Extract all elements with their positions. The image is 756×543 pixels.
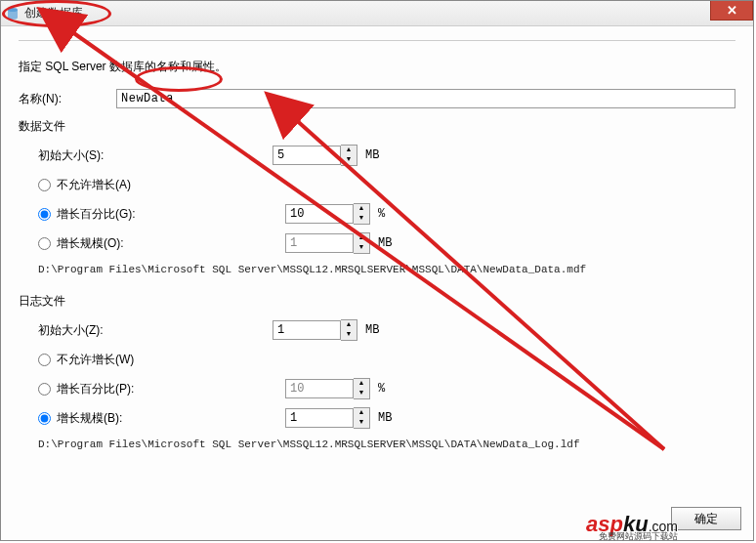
data-growth-percent-input[interactable] — [285, 204, 354, 224]
data-no-growth-row: 不允许增长(A) — [38, 174, 735, 195]
spin-up-icon[interactable]: ▲ — [354, 408, 369, 418]
data-initial-size-row: 初始大小(S): ▲▼ MB — [38, 145, 735, 166]
ok-button[interactable]: 确定 — [671, 507, 741, 530]
content-area: 指定 SQL Server 数据库的名称和属性。 名称(N): 数据文件 初始大… — [1, 26, 753, 478]
log-file-path: D:\Program Files\Microsoft SQL Server\MS… — [38, 439, 735, 450]
divider — [19, 40, 735, 41]
log-file-header: 日志文件 — [19, 293, 735, 310]
name-row: 名称(N): — [19, 89, 735, 108]
spin-up-icon[interactable]: ▲ — [341, 320, 357, 330]
titlebar: 创建数据库 ✕ — [1, 1, 753, 26]
spinner-buttons[interactable]: ▲▼ — [354, 203, 370, 225]
log-growth-percent-row: 增长百分比(P): ▲▼ % — [38, 378, 735, 399]
name-input[interactable] — [116, 89, 735, 108]
log-growth-percent-label: 增长百分比(P): — [57, 381, 285, 397]
name-label: 名称(N): — [19, 91, 116, 107]
spin-down-icon[interactable]: ▼ — [354, 418, 369, 428]
spin-up-icon: ▲ — [354, 379, 369, 389]
data-file-path: D:\Program Files\Microsoft SQL Server\MS… — [38, 264, 735, 275]
spin-down-icon: ▼ — [354, 389, 369, 398]
log-no-growth-label: 不允许增长(W) — [57, 352, 285, 368]
log-growth-size-input[interactable] — [285, 408, 354, 428]
data-file-header: 数据文件 — [19, 118, 735, 135]
spin-up-icon[interactable]: ▲ — [341, 146, 357, 155]
log-growth-size-label: 增长规模(B): — [57, 410, 285, 427]
spin-down-icon: ▼ — [354, 243, 369, 253]
database-icon — [5, 6, 21, 21]
unit-label: MB — [378, 411, 392, 425]
log-growth-percent-input — [285, 379, 354, 398]
log-initial-size-input[interactable] — [273, 320, 341, 340]
spin-down-icon[interactable]: ▼ — [341, 155, 357, 165]
log-initial-size-label: 初始大小(Z): — [38, 322, 273, 339]
data-no-growth-radio[interactable] — [38, 179, 51, 191]
data-growth-size-input — [285, 233, 354, 253]
log-growth-size-row: 增长规模(B): ▲▼ MB — [38, 407, 735, 429]
log-growth-size-radio[interactable] — [38, 412, 51, 425]
dialog-window: 创建数据库 ✕ 指定 SQL Server 数据库的名称和属性。 名称(N): … — [0, 0, 754, 541]
data-growth-percent-row: 增长百分比(G): ▲▼ % — [38, 203, 735, 225]
unit-label: MB — [378, 236, 392, 250]
unit-label: % — [378, 207, 385, 221]
instruction-text: 指定 SQL Server 数据库的名称和属性。 — [19, 59, 735, 75]
data-growth-percent-radio[interactable] — [38, 208, 51, 221]
data-growth-size-radio[interactable] — [38, 237, 51, 250]
watermark-subtitle: 免费网站源码下载站 — [599, 530, 678, 543]
spin-down-icon[interactable]: ▼ — [354, 214, 369, 224]
spinner-buttons: ▲▼ — [354, 378, 370, 399]
spinner-buttons[interactable]: ▲▼ — [354, 407, 370, 429]
spin-down-icon[interactable]: ▼ — [341, 330, 357, 340]
spinner-buttons[interactable]: ▲▼ — [341, 145, 357, 166]
log-no-growth-radio[interactable] — [38, 354, 51, 366]
spinner-buttons[interactable]: ▲▼ — [341, 319, 357, 341]
data-no-growth-label: 不允许增长(A) — [57, 177, 285, 193]
data-initial-size-input[interactable] — [273, 146, 341, 165]
spin-up-icon: ▲ — [354, 233, 369, 243]
log-no-growth-row: 不允许增长(W) — [38, 349, 735, 370]
unit-label: MB — [365, 323, 379, 337]
unit-label: MB — [365, 148, 379, 162]
spinner-buttons: ▲▼ — [354, 232, 370, 254]
log-initial-size-row: 初始大小(Z): ▲▼ MB — [38, 319, 735, 341]
log-growth-percent-radio[interactable] — [38, 383, 51, 396]
data-initial-size-label: 初始大小(S): — [38, 147, 273, 164]
spin-up-icon[interactable]: ▲ — [354, 204, 369, 214]
unit-label: % — [378, 382, 385, 396]
window-title: 创建数据库 — [24, 5, 83, 21]
data-growth-size-row: 增长规模(O): ▲▼ MB — [38, 232, 735, 254]
data-growth-size-label: 增长规模(O): — [57, 235, 285, 252]
data-growth-percent-label: 增长百分比(G): — [57, 206, 285, 223]
close-button[interactable]: ✕ — [710, 1, 753, 21]
footer: 确定 — [671, 507, 741, 530]
